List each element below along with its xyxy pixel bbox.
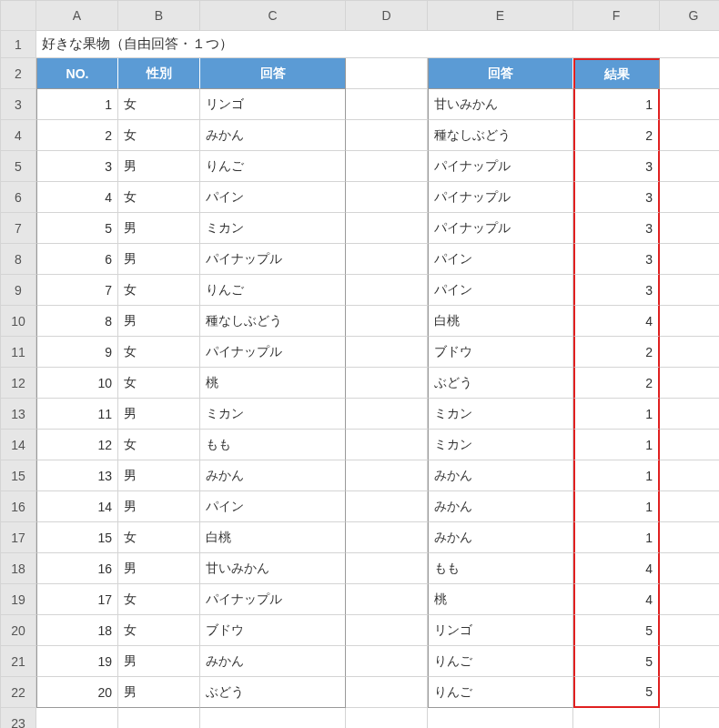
row-header-2[interactable]: 2 — [0, 58, 36, 89]
row-header-3[interactable]: 3 — [0, 89, 36, 120]
cell-f6[interactable]: 3 — [573, 182, 660, 213]
cell-e18[interactable]: もも — [428, 553, 573, 584]
cell-b15[interactable]: 男 — [118, 460, 200, 491]
row-header-8[interactable]: 8 — [0, 244, 36, 275]
cell-e6[interactable]: パイナップル — [428, 182, 573, 213]
row-header-18[interactable]: 18 — [0, 553, 36, 584]
cell-g22[interactable] — [660, 677, 719, 708]
cell-b14[interactable]: 女 — [118, 430, 200, 460]
cell-d7[interactable] — [346, 213, 428, 244]
cell-c14[interactable]: もも — [200, 430, 346, 460]
cell-d9[interactable] — [346, 275, 428, 306]
cell-a3[interactable]: 1 — [36, 89, 118, 120]
cell-d6[interactable] — [346, 182, 428, 213]
cell-a9[interactable]: 7 — [36, 275, 118, 306]
cell-d23[interactable] — [346, 708, 428, 728]
cell-b13[interactable]: 男 — [118, 399, 200, 430]
row-header-7[interactable]: 7 — [0, 213, 36, 244]
cell-a18[interactable]: 16 — [36, 553, 118, 584]
cell-b3[interactable]: 女 — [118, 89, 200, 120]
cell-a22[interactable]: 20 — [36, 677, 118, 708]
row-header-16[interactable]: 16 — [0, 491, 36, 522]
cell-d15[interactable] — [346, 460, 428, 491]
cell-g19[interactable] — [660, 584, 719, 615]
row-header-5[interactable]: 5 — [0, 151, 36, 182]
col-header-f[interactable]: F — [573, 0, 660, 31]
cell-e21[interactable]: りんご — [428, 646, 573, 677]
cell-c6[interactable]: パイン — [200, 182, 346, 213]
col-header-e[interactable]: E — [428, 0, 573, 31]
cell-g23[interactable] — [660, 708, 719, 728]
cell-b11[interactable]: 女 — [118, 337, 200, 368]
cell-b16[interactable]: 男 — [118, 491, 200, 522]
cell-b4[interactable]: 女 — [118, 120, 200, 151]
cell-c7[interactable]: ミカン — [200, 213, 346, 244]
cell-g14[interactable] — [660, 430, 719, 460]
cell-b20[interactable]: 女 — [118, 615, 200, 646]
cell-g9[interactable] — [660, 275, 719, 306]
cell-g13[interactable] — [660, 399, 719, 430]
cell-d8[interactable] — [346, 244, 428, 275]
cell-c21[interactable]: みかん — [200, 646, 346, 677]
cell-f22[interactable]: 5 — [573, 677, 660, 708]
cell-g11[interactable] — [660, 337, 719, 368]
cell-a17[interactable]: 15 — [36, 522, 118, 553]
row-header-15[interactable]: 15 — [0, 460, 36, 491]
cell-a6[interactable]: 4 — [36, 182, 118, 213]
cell-g3[interactable] — [660, 89, 719, 120]
row-header-21[interactable]: 21 — [0, 646, 36, 677]
cell-c10[interactable]: 種なしぶどう — [200, 306, 346, 337]
cell-f17[interactable]: 1 — [573, 522, 660, 553]
cell-f16[interactable]: 1 — [573, 491, 660, 522]
cell-e14[interactable]: ミカン — [428, 430, 573, 460]
cell-g18[interactable] — [660, 553, 719, 584]
cell-c15[interactable]: みかん — [200, 460, 346, 491]
cell-b17[interactable]: 女 — [118, 522, 200, 553]
cell-f10[interactable]: 4 — [573, 306, 660, 337]
cell-b12[interactable]: 女 — [118, 368, 200, 399]
cell-f5[interactable]: 3 — [573, 151, 660, 182]
cell-d3[interactable] — [346, 89, 428, 120]
cell-g4[interactable] — [660, 120, 719, 151]
cell-a8[interactable]: 6 — [36, 244, 118, 275]
cell-c16[interactable]: パイン — [200, 491, 346, 522]
cell-g6[interactable] — [660, 182, 719, 213]
row-header-11[interactable]: 11 — [0, 337, 36, 368]
cell-a16[interactable]: 14 — [36, 491, 118, 522]
col-header-b[interactable]: B — [118, 0, 200, 31]
title-cell[interactable]: 好きな果物（自由回答・１つ） — [36, 31, 719, 58]
cell-e16[interactable]: みかん — [428, 491, 573, 522]
cell-f15[interactable]: 1 — [573, 460, 660, 491]
cell-f21[interactable]: 5 — [573, 646, 660, 677]
cell-e23[interactable] — [428, 708, 573, 728]
cell-a19[interactable]: 17 — [36, 584, 118, 615]
cell-d12[interactable] — [346, 368, 428, 399]
cell-g16[interactable] — [660, 491, 719, 522]
cell-g2[interactable] — [660, 58, 719, 89]
cell-b9[interactable]: 女 — [118, 275, 200, 306]
row-header-1[interactable]: 1 — [0, 31, 36, 58]
cell-f23[interactable] — [573, 708, 660, 728]
cell-e9[interactable]: パイン — [428, 275, 573, 306]
col-header-c[interactable]: C — [200, 0, 346, 31]
cell-g8[interactable] — [660, 244, 719, 275]
row-header-14[interactable]: 14 — [0, 430, 36, 460]
cell-e19[interactable]: 桃 — [428, 584, 573, 615]
corner-cell[interactable] — [0, 0, 36, 31]
cell-c17[interactable]: 白桃 — [200, 522, 346, 553]
cell-a15[interactable]: 13 — [36, 460, 118, 491]
cell-g15[interactable] — [660, 460, 719, 491]
cell-f18[interactable]: 4 — [573, 553, 660, 584]
cell-b5[interactable]: 男 — [118, 151, 200, 182]
cell-a4[interactable]: 2 — [36, 120, 118, 151]
cell-e3[interactable]: 甘いみかん — [428, 89, 573, 120]
row-header-22[interactable]: 22 — [0, 677, 36, 708]
cell-f9[interactable]: 3 — [573, 275, 660, 306]
col-header-g[interactable]: G — [660, 0, 719, 31]
cell-e22[interactable]: りんご — [428, 677, 573, 708]
cell-c5[interactable]: りんご — [200, 151, 346, 182]
cell-b23[interactable] — [118, 708, 200, 728]
cell-c11[interactable]: パイナップル — [200, 337, 346, 368]
cell-e7[interactable]: パイナップル — [428, 213, 573, 244]
cell-d14[interactable] — [346, 430, 428, 460]
